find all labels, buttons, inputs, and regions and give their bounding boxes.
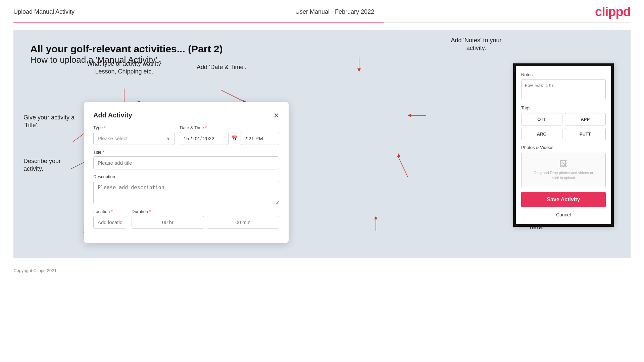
add-activity-dialog: Add Activity ✕ Type * Please select ▼ Da… — [84, 102, 289, 243]
callout-datetime: Add 'Date & Time'. — [188, 63, 255, 71]
page-title: Upload Manual Activity — [13, 8, 75, 15]
duration-label: Duration * — [132, 209, 279, 214]
logo: clippd — [595, 5, 631, 19]
tag-arg[interactable]: ARG — [521, 128, 562, 140]
main-content: All your golf-relevant activities... (Pa… — [13, 30, 631, 258]
copyright-text: Copyright Clippd 2021 — [13, 268, 57, 273]
right-panel-inner: Notes Tags OTT APP ARG PUTT Photos & Vid… — [516, 66, 611, 224]
right-panel: Notes Tags OTT APP ARG PUTT Photos & Vid… — [513, 63, 614, 227]
time-input[interactable] — [241, 132, 279, 145]
form-group-title: Title * — [93, 150, 279, 169]
description-textarea[interactable] — [93, 181, 279, 204]
doc-title: User Manual - February 2022 — [295, 8, 374, 15]
duration-min-input[interactable] — [207, 216, 279, 229]
top-bar: Upload Manual Activity User Manual - Feb… — [0, 0, 644, 22]
dialog-close-button[interactable]: ✕ — [274, 112, 279, 119]
top-divider — [13, 22, 631, 23]
title-label: Title * — [93, 150, 279, 155]
notes-textarea[interactable] — [521, 79, 606, 99]
datetime-label: Date & Time * — [180, 125, 279, 130]
location-input[interactable] — [93, 216, 126, 229]
photos-label: Photos & Videos — [521, 145, 606, 150]
callout-notes: Add 'Notes' to your activity. — [439, 37, 513, 52]
svg-marker-8 — [408, 114, 411, 117]
duration-row — [132, 216, 279, 229]
svg-line-3 — [221, 90, 245, 102]
description-label: Description — [93, 174, 279, 179]
form-group-location: Location * — [93, 209, 126, 229]
form-row-location-duration: Location * Duration * — [93, 209, 279, 229]
photo-icon: 🖼 — [525, 159, 602, 168]
type-select-wrap: Please select ▼ — [93, 132, 175, 145]
tag-app[interactable]: APP — [565, 113, 606, 125]
footer: Copyright Clippd 2021 — [0, 265, 644, 276]
svg-line-17 — [398, 156, 408, 177]
cancel-button[interactable]: Cancel — [521, 211, 606, 219]
datetime-row: 📅 — [180, 132, 279, 145]
callout-activity-type: What type of activity was it? Lesson, Ch… — [81, 60, 168, 76]
callout-title: Give your activity a 'Title'. — [23, 114, 87, 130]
calendar-icon[interactable]: 📅 — [231, 135, 238, 142]
form-group-description: Description — [93, 174, 279, 204]
main-title-bold: All your golf-relevant activities... (Pa… — [30, 43, 614, 55]
tags-label: Tags — [521, 105, 606, 110]
location-label: Location * — [93, 209, 126, 214]
svg-marker-18 — [397, 153, 400, 157]
tag-putt[interactable]: PUTT — [565, 128, 606, 140]
callout-describe: Describe your activity. — [23, 157, 84, 173]
form-row-type-datetime: Type * Please select ▼ Date & Time * 📅 — [93, 125, 279, 145]
photo-upload-area[interactable]: 🖼 Drag and Drop photos and videos or cli… — [521, 153, 606, 187]
dialog-title: Add Activity — [93, 111, 132, 119]
notes-label: Notes — [521, 72, 606, 77]
tag-ott[interactable]: OTT — [521, 113, 562, 125]
form-group-datetime: Date & Time * 📅 — [180, 125, 279, 145]
form-group-type: Type * Please select ▼ — [93, 125, 175, 145]
duration-hr-input[interactable] — [132, 216, 204, 229]
svg-marker-6 — [357, 68, 361, 72]
svg-marker-20 — [374, 216, 378, 219]
form-row-title: Title * — [93, 150, 279, 169]
photo-upload-text: Drag and Drop photos and videos or click… — [525, 170, 602, 181]
date-input[interactable] — [180, 132, 229, 145]
type-select[interactable]: Please select — [93, 132, 175, 145]
type-label: Type * — [93, 125, 175, 130]
form-group-duration: Duration * — [132, 209, 279, 229]
tags-grid: OTT APP ARG PUTT — [521, 113, 606, 140]
dialog-header: Add Activity ✕ — [93, 111, 279, 119]
title-input[interactable] — [93, 156, 279, 169]
form-row-description: Description — [93, 174, 279, 204]
save-activity-button[interactable]: Save Activity — [521, 192, 606, 207]
